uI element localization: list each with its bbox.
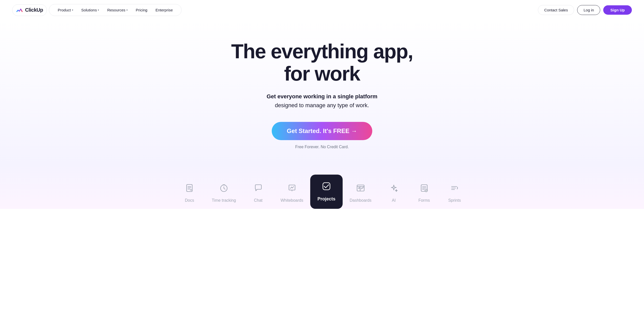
feature-item-time-tracking[interactable]: Time tracking — [205, 176, 243, 209]
get-started-button[interactable]: Get Started. It's FREE → — [272, 122, 373, 140]
sprints-icon — [448, 181, 461, 195]
feature-item-chat[interactable]: Chat — [243, 176, 274, 209]
navbar: ClickUp Product ▾ Solutions ▾ Resources … — [0, 0, 644, 20]
forms-icon — [418, 181, 431, 195]
feature-item-projects[interactable]: Projects — [310, 175, 342, 209]
clickup-logo-icon — [16, 7, 23, 14]
feature-label-dashboards: Dashboards — [350, 198, 372, 203]
signup-button[interactable]: Sign Up — [603, 5, 632, 15]
hero-subtitle: Get everyone working in a single platfor… — [267, 92, 378, 110]
chevron-down-icon: ▾ — [126, 9, 128, 11]
feature-label-time-tracking: Time tracking — [212, 198, 236, 203]
chat-icon — [252, 181, 265, 195]
feature-item-whiteboards[interactable]: Whiteboards — [274, 176, 310, 209]
dashboard-icon — [354, 181, 367, 195]
nav-item-enterprise[interactable]: Enterprise — [152, 6, 176, 14]
svg-line-6 — [224, 188, 225, 189]
feature-item-ai[interactable]: AI — [379, 176, 409, 209]
feature-label-whiteboards: Whiteboards — [281, 198, 303, 203]
feature-item-forms[interactable]: Forms — [409, 176, 439, 209]
contact-sales-button[interactable]: Contact Sales — [538, 5, 574, 15]
nav-links-group: Product ▾ Solutions ▾ Resources ▾ Pricin… — [49, 4, 182, 16]
feature-item-sprints[interactable]: Sprints — [439, 176, 470, 209]
feature-label-forms: Forms — [418, 198, 430, 203]
check-icon — [320, 180, 333, 193]
hero-section: The everything app, for work Get everyon… — [0, 20, 644, 164]
feature-item-dashboards[interactable]: Dashboards — [343, 176, 379, 209]
feature-label-chat: Chat — [254, 198, 263, 203]
features-bar: Docs Time tracking Chat — [0, 164, 644, 209]
logo-text: ClickUp — [25, 7, 43, 13]
navbar-left: ClickUp Product ▾ Solutions ▾ Resources … — [12, 4, 182, 16]
navbar-right: Contact Sales Log in Sign Up — [538, 5, 632, 15]
svg-point-18 — [425, 189, 427, 192]
feature-item-docs[interactable]: Docs — [174, 176, 205, 209]
nav-item-product[interactable]: Product ▾ — [54, 6, 77, 14]
login-button[interactable]: Log in — [577, 5, 600, 15]
chevron-down-icon: ▾ — [72, 9, 73, 11]
hero-note: Free Forever. No Credit Card. — [295, 145, 349, 149]
feature-label-ai: AI — [392, 198, 396, 203]
ai-icon — [387, 181, 400, 195]
hero-title: The everything app, for work — [221, 40, 423, 85]
chevron-down-icon: ▾ — [98, 9, 99, 11]
nav-item-pricing[interactable]: Pricing — [132, 6, 151, 14]
feature-label-projects: Projects — [317, 196, 335, 202]
docs-icon — [183, 181, 196, 195]
nav-item-resources[interactable]: Resources ▾ — [104, 6, 131, 14]
clock-icon — [217, 181, 230, 195]
nav-item-solutions[interactable]: Solutions ▾ — [78, 6, 103, 14]
feature-label-docs: Docs — [185, 198, 194, 203]
logo-button[interactable]: ClickUp — [12, 4, 47, 16]
whiteboard-icon — [285, 181, 299, 195]
feature-label-sprints: Sprints — [448, 198, 461, 203]
